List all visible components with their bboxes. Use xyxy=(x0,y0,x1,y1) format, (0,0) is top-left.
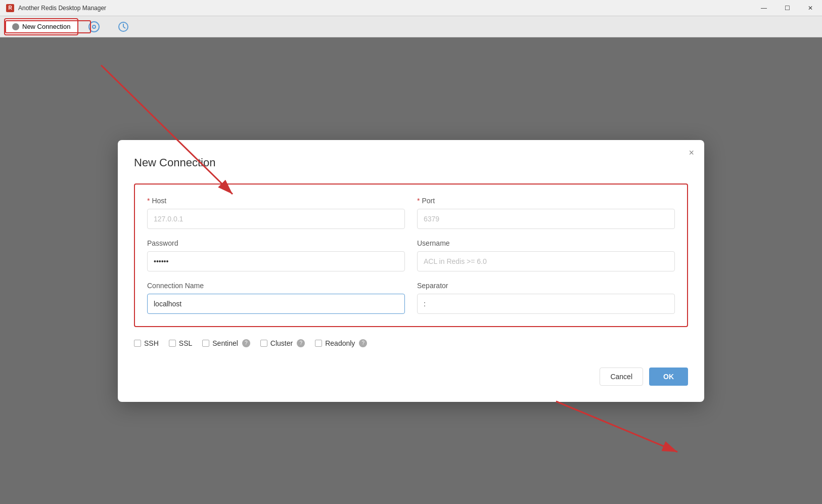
username-input[interactable] xyxy=(417,251,675,271)
maximize-button[interactable]: ☐ xyxy=(775,0,799,16)
checkbox-readonly-box[interactable] xyxy=(315,340,322,347)
dialog-footer: Cancel OK xyxy=(134,368,688,386)
form-row-connname-separator: Connection Name Separator xyxy=(147,282,675,314)
checkbox-cluster-box[interactable] xyxy=(260,340,267,347)
connection-name-label: Connection Name xyxy=(147,282,405,290)
form-row-host-port: *Host *Port xyxy=(147,197,675,229)
checkbox-row: SSH SSL Sentinel ? Cluster ? xyxy=(134,339,688,347)
checkbox-sentinel[interactable]: Sentinel ? xyxy=(202,339,250,347)
form-group-username: Username xyxy=(417,239,675,271)
checkbox-cluster-label: Cluster xyxy=(270,339,293,347)
checkbox-sentinel-label: Sentinel xyxy=(212,339,238,347)
app-icon: R xyxy=(6,4,14,12)
tab-3-icon xyxy=(118,21,129,32)
form-group-connection-name: Connection Name xyxy=(147,282,405,314)
close-window-button[interactable]: ✕ xyxy=(799,0,822,16)
checkbox-readonly[interactable]: Readonly ? xyxy=(315,339,367,347)
port-label: *Port xyxy=(417,197,675,205)
app-title: Another Redis Desktop Manager xyxy=(18,5,106,12)
checkbox-ssl-box[interactable] xyxy=(169,340,176,347)
tab-2-inner-icon xyxy=(92,25,96,29)
host-label: *Host xyxy=(147,197,405,205)
ok-button[interactable]: OK xyxy=(649,368,688,386)
cluster-help-icon[interactable]: ? xyxy=(297,339,305,347)
window-controls: — ☐ ✕ xyxy=(752,0,822,16)
title-bar: R Another Redis Desktop Manager — ☐ ✕ xyxy=(0,0,822,16)
checkbox-ssh-label: SSH xyxy=(144,339,159,347)
tab-new-connection[interactable]: New Connection xyxy=(4,18,78,35)
new-connection-tab-icon xyxy=(12,23,19,30)
form-group-separator: Separator xyxy=(417,282,675,314)
form-group-password: Password xyxy=(147,239,405,271)
form-group-host: *Host xyxy=(147,197,405,229)
checkbox-cluster[interactable]: Cluster ? xyxy=(260,339,305,347)
tab-new-connection-label: New Connection xyxy=(22,23,70,30)
checkbox-ssl[interactable]: SSL xyxy=(169,339,192,347)
sentinel-help-icon[interactable]: ? xyxy=(242,339,250,347)
checkbox-ssh-box[interactable] xyxy=(134,340,141,347)
host-required: * xyxy=(147,197,150,205)
separator-label: Separator xyxy=(417,282,675,290)
dialog-title: New Connection xyxy=(134,156,688,169)
checkbox-ssl-label: SSL xyxy=(179,339,192,347)
checkbox-sentinel-box[interactable] xyxy=(202,340,209,347)
password-input[interactable] xyxy=(147,251,405,271)
tab-2-icon xyxy=(88,21,100,32)
minimize-button[interactable]: — xyxy=(752,0,775,16)
password-label: Password xyxy=(147,239,405,247)
port-input[interactable] xyxy=(417,209,675,229)
tab-3[interactable] xyxy=(110,18,137,35)
dialog-overlay: New Connection × *Host *Port xyxy=(0,37,822,504)
svg-line-2 xyxy=(123,27,125,28)
checkbox-readonly-label: Readonly xyxy=(325,339,355,347)
host-input[interactable] xyxy=(147,209,405,229)
connection-name-input[interactable] xyxy=(147,294,405,314)
new-connection-dialog: New Connection × *Host *Port xyxy=(118,140,704,402)
tab-2[interactable] xyxy=(80,18,108,35)
form-row-password-username: Password Username xyxy=(147,239,675,271)
username-label: Username xyxy=(417,239,675,247)
form-group-port: *Port xyxy=(417,197,675,229)
tab-bar: New Connection xyxy=(0,16,822,37)
checkbox-ssh[interactable]: SSH xyxy=(134,339,159,347)
separator-input[interactable] xyxy=(417,294,675,314)
form-section: *Host *Port Password xyxy=(134,184,688,327)
dialog-close-button[interactable]: × xyxy=(689,148,694,157)
cancel-button[interactable]: Cancel xyxy=(600,368,643,386)
main-area: New Connection × *Host *Port xyxy=(0,37,822,504)
port-required: * xyxy=(417,197,420,205)
readonly-help-icon[interactable]: ? xyxy=(359,339,367,347)
